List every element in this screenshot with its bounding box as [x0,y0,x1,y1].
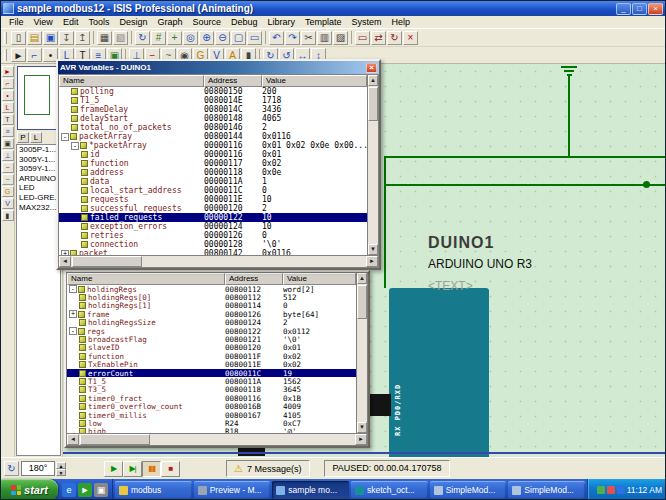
device-item-led[interactable]: LED [17,183,60,193]
subcircuit-mode-icon[interactable]: ▣ [2,138,14,149]
pick-devices-button[interactable]: P [17,132,29,143]
maximize-button[interactable]: □ [632,3,647,15]
column-header-value[interactable]: Value [262,75,367,87]
taskbar-task-simplemod-[interactable]: SimpleMod... [430,481,507,499]
block-copy-icon[interactable]: ▭ [355,31,370,45]
part-value[interactable]: ARDUINO UNO R3 [428,257,532,271]
scroll-track[interactable] [357,284,367,422]
menu-library[interactable]: Library [263,17,301,27]
device-item-arduino-[interactable]: ARDUINO... [17,174,60,184]
block-delete-icon[interactable]: × [403,31,418,45]
text-mode-icon[interactable]: T [2,114,14,125]
avr-variables-window-2[interactable]: Name Address Value -holdingRegs00800112w… [64,270,370,448]
scroll-right-button[interactable]: ► [366,256,378,267]
scroll-left-button[interactable]: ◄ [59,256,71,267]
column-header-address[interactable]: Address [204,75,262,87]
expand-box-icon[interactable]: + [61,250,69,256]
watch1-vertical-scrollbar[interactable]: ▲ ▼ [367,74,379,256]
scroll-thumb-h[interactable] [80,434,150,445]
column-header-name[interactable]: Name [59,75,204,87]
start-button[interactable]: start [1,479,58,500]
watch-row-packet[interactable]: +packet008001420x0116 [59,249,367,255]
minimize-button[interactable]: _ [616,3,631,15]
menu-help[interactable]: Help [387,17,416,27]
arduino-board[interactable] [389,288,489,457]
device-item-3059y-1-[interactable]: 3059Y-1... [17,164,60,174]
zoom-all-icon[interactable]: ▢ [231,31,246,45]
watch2-horizontal-scrollbar[interactable]: ◄ ► [66,434,368,446]
scroll-thumb[interactable] [357,285,367,319]
close-button[interactable]: × [648,3,663,15]
tray-icon-0[interactable] [597,486,605,494]
collapse-box-icon[interactable]: - [69,285,77,293]
column-header-name[interactable]: Name [67,273,225,285]
wire-ground-stem[interactable] [568,74,570,158]
scroll-track-h[interactable] [71,256,366,267]
column-header-address[interactable]: Address [225,273,283,285]
scroll-right-button[interactable]: ► [355,434,367,445]
cut-icon[interactable]: ✂ [301,31,316,45]
device-item-3005p-1-[interactable]: 3005P-1... [17,145,60,155]
tray-icon-2[interactable] [617,486,625,494]
collapse-box-icon[interactable]: - [69,327,77,335]
scroll-thumb[interactable] [368,87,378,121]
watch-row-local-start-address[interactable]: local_start_address0000011C0 [59,186,367,195]
import-section-icon[interactable]: ↧ [59,31,74,45]
scroll-up-button[interactable]: ▲ [357,273,367,284]
rotation-angle-field[interactable]: 180° [21,461,55,476]
rotation-up-button[interactable]: ▲ [56,462,66,469]
center-at-cursor-icon[interactable]: ◎ [183,31,198,45]
part-reference[interactable]: DUINO1 [428,234,494,252]
component-mode-icon[interactable]: ⌐ [2,78,14,89]
watch-row-successful-requests[interactable]: successful_requests000001202 [59,204,367,213]
taskbar-task-sample-mo-[interactable]: sample mo... [272,481,349,499]
generator-mode-icon[interactable]: G [2,186,14,197]
zoom-in-icon[interactable]: ⊕ [199,31,214,45]
tray-icon-1[interactable] [607,486,615,494]
print-icon[interactable]: ▦ [97,31,112,45]
bus-mode-icon[interactable]: ≡ [2,126,14,137]
wire-top[interactable] [384,156,666,158]
collapse-box-icon[interactable]: - [71,142,79,150]
scroll-track[interactable] [368,86,378,244]
toggle-grid-icon[interactable]: # [151,31,166,45]
desktop-icon[interactable]: ▣ [94,483,108,497]
wire-vertical-left[interactable] [384,156,386,288]
watch-close-button[interactable]: × [366,63,377,73]
junction-mode-icon[interactable]: • [2,90,14,101]
new-design-icon[interactable]: ▯ [11,31,26,45]
watch-row-connection[interactable]: connection00000128'\0' [59,240,367,249]
taskbar-task-modbus[interactable]: modbus [115,481,192,499]
library-manager-button[interactable]: L [30,132,42,143]
watch-row-polling[interactable]: polling00800150200 [59,87,367,96]
false-origin-icon[interactable]: + [167,31,182,45]
play-button[interactable]: ▶ [104,461,123,477]
menu-template[interactable]: Template [300,17,347,27]
watch-row-failed-requests[interactable]: failed_requests0000012210 [59,213,367,222]
wire-second[interactable] [384,184,666,186]
device-item-3005y-1-[interactable]: 3005Y-1... [17,155,60,165]
scroll-down-button[interactable]: ▼ [368,244,378,255]
menu-tools[interactable]: Tools [83,17,114,27]
watch-row-id[interactable]: id000001160x01 [59,150,367,159]
menu-system[interactable]: System [347,17,387,27]
watch-row-address[interactable]: address000001180x0e [59,168,367,177]
pause-button[interactable]: ▮▮ [142,461,161,477]
browser-icon[interactable]: e [62,483,76,497]
instrument-mode-icon[interactable]: ▮ [2,210,14,221]
media-icon[interactable]: ► [78,483,92,497]
menu-graph[interactable]: Graph [152,17,187,27]
taskbar-task-preview-m-[interactable]: Preview - M... [194,481,271,499]
overview-pane[interactable] [17,66,60,130]
stop-button[interactable]: ■ [161,461,180,477]
step-button[interactable]: ▶| [123,461,142,477]
probe-mode-icon[interactable]: V [2,198,14,209]
undo-icon[interactable]: ↶ [269,31,284,45]
paste-icon[interactable]: ▨ [333,31,348,45]
watch-row-data[interactable]: data0000011A1 [59,177,367,186]
label-mode-icon[interactable]: L [2,102,14,113]
device-item-max232-[interactable]: MAX232... [17,203,60,213]
watch-row-function[interactable]: function000001170x02 [59,159,367,168]
column-header-value[interactable]: Value [283,273,356,285]
avr-variables-window[interactable]: AVR Variables - DUINO1 × Name Address Va… [56,59,381,270]
